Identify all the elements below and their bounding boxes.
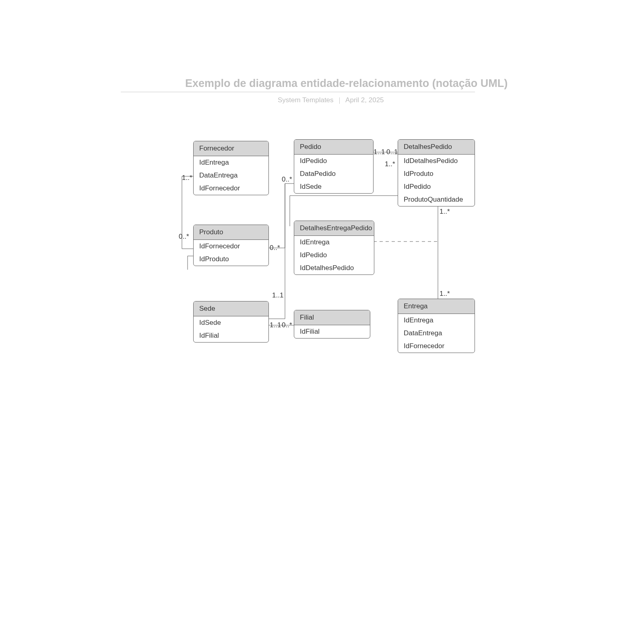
entity-produto[interactable]: Produto IdFornecedor IdProduto — [193, 225, 269, 266]
entity-header: Pedido — [294, 140, 373, 155]
multiplicity-label: 0..* — [270, 244, 280, 252]
entity-attr: IdFornecedor — [398, 340, 475, 353]
entity-attr: IdSede — [294, 180, 373, 193]
entity-attr: IdProduto — [398, 167, 475, 180]
entity-attr: DataPedido — [294, 167, 373, 180]
entity-attr: IdPedido — [398, 180, 475, 193]
entity-detalhes-pedido[interactable]: DetalhesPedido IdDetalhesPedido IdProdut… — [398, 139, 475, 206]
entity-sede[interactable]: Sede IdSede IdFilial — [193, 301, 269, 343]
multiplicity-label: 1..* — [440, 290, 450, 298]
multiplicity-label: 0..* — [282, 321, 292, 329]
entity-header: Produto — [194, 225, 268, 240]
entity-pedido[interactable]: Pedido IdPedido DataPedido IdSede — [294, 139, 374, 194]
entity-attr: IdPedido — [294, 155, 373, 167]
entity-attr: IdPedido — [294, 249, 374, 262]
entity-header: Sede — [194, 301, 268, 316]
entity-detalhes-entrega-pedido[interactable]: DetalhesEntregaPedido IdEntrega IdPedido… — [294, 221, 374, 275]
entity-fornecedor[interactable]: Fornecedor IdEntrega DataEntrega IdForne… — [193, 141, 269, 195]
entity-header: Filial — [294, 310, 370, 325]
entity-attr: IdDetalhesPedido — [398, 155, 475, 167]
multiplicity-label: 1..* — [385, 160, 395, 168]
entity-header: DetalhesEntregaPedido — [294, 221, 374, 236]
entity-attr: IdDetalhesPedido — [294, 262, 374, 275]
multiplicity-label: 1..1 — [272, 291, 283, 299]
entity-attr: IdSede — [194, 316, 268, 329]
multiplicity-label: 0..1 — [386, 148, 398, 156]
entity-attr: DataEntrega — [398, 327, 475, 340]
multiplicity-label: 1..1 — [374, 148, 385, 156]
entity-attr: IdFornecedor — [194, 240, 268, 253]
multiplicity-label: 1..* — [440, 208, 450, 216]
diagram-canvas: Exemplo de diagrama entidade-relacioname… — [0, 0, 644, 644]
entity-attr: IdEntrega — [194, 156, 268, 169]
entity-attr: IdFilial — [294, 325, 370, 338]
entity-attr: DataEntrega — [194, 169, 268, 182]
multiplicity-label: 0..* — [282, 175, 292, 184]
entity-attr: IdProduto — [194, 253, 268, 266]
entity-attr: IdEntrega — [398, 314, 475, 327]
entity-attr: IdFornecedor — [194, 182, 268, 195]
multiplicity-label: 0..* — [179, 233, 189, 241]
entity-header: DetalhesPedido — [398, 140, 475, 155]
entity-entrega[interactable]: Entrega IdEntrega DataEntrega IdForneced… — [398, 299, 475, 353]
entity-attr: IdFilial — [194, 329, 268, 342]
entity-attr: ProdutoQuantidade — [398, 193, 475, 206]
entity-filial[interactable]: Filial IdFilial — [294, 310, 370, 339]
entity-header: Entrega — [398, 299, 475, 314]
multiplicity-label: 1..* — [182, 174, 192, 182]
entity-header: Fornecedor — [194, 141, 268, 156]
multiplicity-label: 1..1 — [270, 321, 281, 329]
entity-attr: IdEntrega — [294, 236, 374, 249]
